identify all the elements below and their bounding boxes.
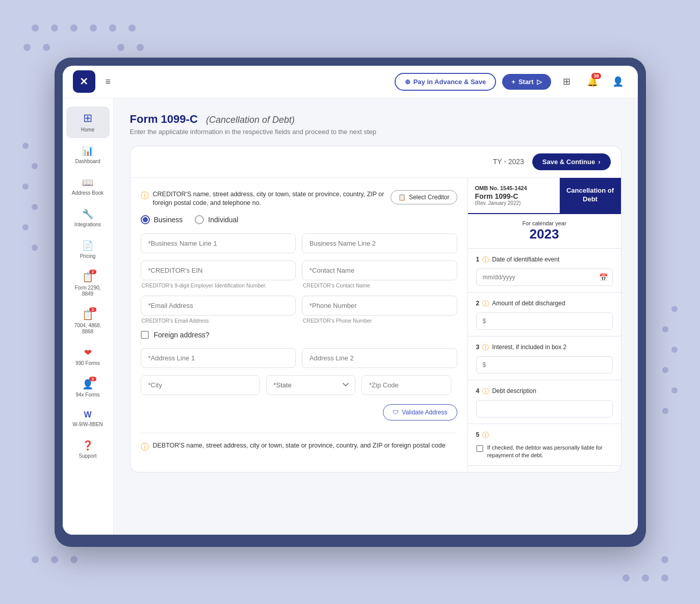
address-line-1-input[interactable] bbox=[141, 348, 296, 368]
email-hint: CREDITOR's Email Address bbox=[141, 318, 296, 324]
start-button[interactable]: + Start ▷ bbox=[502, 74, 551, 90]
contact-name-input[interactable] bbox=[302, 260, 457, 280]
sidebar-item-form990[interactable]: ❤ 990 Forms bbox=[66, 342, 110, 372]
field1-num: 1 bbox=[476, 256, 480, 263]
business-radio-label[interactable]: Business bbox=[141, 215, 183, 224]
user-profile-button[interactable]: 👤 bbox=[608, 72, 628, 91]
omb-text: OMB No. 1545-1424 bbox=[475, 185, 552, 191]
select-creditor-button[interactable]: 📋 Select Creditor bbox=[391, 190, 457, 204]
field3-info-icon: ⓘ bbox=[482, 343, 489, 352]
right-field-1: 1 ⓘ Date of identifiable event 📅 bbox=[468, 249, 621, 293]
sidebar-label-home: Home bbox=[81, 127, 95, 133]
business-name-2-field bbox=[302, 233, 457, 253]
sidebar-label-form2290: Form 2290, 8849 bbox=[70, 285, 106, 297]
validate-address-button[interactable]: 🛡 Validate Address bbox=[383, 404, 457, 421]
sidebar-item-form94x[interactable]: 👤 2 94x Forms bbox=[66, 374, 110, 403]
debt-description-input[interactable] bbox=[476, 400, 613, 417]
city-field bbox=[141, 375, 260, 395]
creditor-header-text: CREDITOR'S name, street address, city or… bbox=[153, 190, 387, 208]
field4-header: 4 ⓘ Debt description bbox=[476, 386, 613, 396]
ein-hint: CREDITOR's 9-digit Employer Identificati… bbox=[141, 282, 296, 288]
zip-input[interactable] bbox=[361, 375, 451, 395]
sidebar-label-form990: 990 Forms bbox=[75, 360, 100, 366]
notification-badge: 38 bbox=[591, 73, 601, 79]
amount-input[interactable] bbox=[476, 312, 613, 330]
field5-checkbox[interactable] bbox=[476, 445, 483, 452]
page-title: Form 1099-C (Cancellation of Debt) bbox=[130, 113, 621, 126]
form-header: TY - 2023 Save & Continue › bbox=[131, 146, 621, 178]
pay-advance-button[interactable]: ⊕ Pay in Advance & Save bbox=[395, 73, 497, 91]
sidebar-item-home[interactable]: ⊞ Home bbox=[66, 107, 110, 138]
individual-radio-label[interactable]: Individual bbox=[195, 215, 238, 224]
phone-hint: CREDITOR's Phone Number bbox=[302, 318, 457, 324]
cancellation-title: Cancellation of Debt bbox=[565, 187, 616, 204]
ein-input[interactable] bbox=[141, 260, 296, 280]
business-name-2-input[interactable] bbox=[302, 233, 457, 253]
sidebar-item-formw9[interactable]: W W-9/W-8BEN bbox=[66, 405, 110, 433]
formw9-icon: W bbox=[84, 410, 91, 419]
notification-button[interactable]: 🔔 38 bbox=[583, 72, 602, 91]
form-info-box: OMB No. 1545-1424 Form 1099-C (Rev. Janu… bbox=[468, 178, 621, 214]
ein-field: CREDITOR's 9-digit Employer Identificati… bbox=[141, 260, 296, 288]
pricing-icon: 📄 bbox=[82, 240, 93, 251]
top-nav: ✕ ≡ ⊕ Pay in Advance & Save + Start ▷ ⊞ … bbox=[63, 66, 638, 98]
shield-check-icon: 🛡 bbox=[393, 409, 399, 416]
inner-card: ✕ ≡ ⊕ Pay in Advance & Save + Start ▷ ⊞ … bbox=[63, 66, 638, 535]
foreign-address-row: Foreign address? bbox=[141, 331, 457, 339]
logo-button[interactable]: ✕ bbox=[73, 70, 95, 93]
sidebar-item-support[interactable]: ❓ Support bbox=[66, 435, 110, 464]
field5-checkbox-row: If checked, the debtor was personally li… bbox=[476, 444, 613, 460]
page-subtitle: Enter the applicable information in the … bbox=[130, 128, 621, 136]
save-continue-button[interactable]: Save & Continue › bbox=[532, 153, 611, 170]
state-select[interactable]: *State AL CA NY TX bbox=[266, 375, 356, 395]
form-title: Form 1099-C bbox=[130, 113, 198, 125]
form-left: ⓘ CREDITOR'S name, street address, city … bbox=[131, 178, 468, 472]
field4-info-icon: ⓘ bbox=[482, 387, 489, 396]
main-card: ✕ ≡ ⊕ Pay in Advance & Save + Start ▷ ⊞ … bbox=[55, 58, 646, 547]
business-radio-circle[interactable] bbox=[141, 215, 150, 224]
address-line-2-input[interactable] bbox=[302, 348, 457, 368]
home-icon: ⊞ bbox=[83, 112, 92, 125]
debtor-header-text: DEBTOR'S name, street address, city or t… bbox=[153, 441, 446, 451]
sidebar-label-form94x: 94x Forms bbox=[75, 392, 99, 398]
entity-type-radio-group: Business Individual bbox=[141, 215, 457, 224]
foreign-address-label: Foreign address? bbox=[154, 331, 210, 339]
plus-icon: + bbox=[511, 78, 515, 86]
sidebar-label-integrations: Integrations bbox=[74, 222, 101, 228]
email-field: CREDITOR's Email Address bbox=[141, 296, 296, 324]
email-input[interactable] bbox=[141, 296, 296, 316]
foreign-address-checkbox[interactable] bbox=[141, 331, 149, 339]
address-line-2-field bbox=[302, 348, 457, 368]
sidebar-item-dashboard[interactable]: 📊 Dashboard bbox=[66, 140, 110, 170]
dashboard-icon: 📊 bbox=[82, 145, 93, 156]
zip-field bbox=[361, 375, 451, 395]
sidebar-item-integrations[interactable]: 🔧 Integrations bbox=[66, 203, 110, 233]
address-line-1-field bbox=[141, 348, 296, 368]
grid-icon-button[interactable]: ⊞ bbox=[557, 72, 577, 91]
business-radio-text: Business bbox=[154, 216, 183, 224]
sidebar-item-pricing[interactable]: 📄 Pricing bbox=[66, 235, 110, 265]
sidebar-item-address-book[interactable]: 📖 Address Book bbox=[66, 172, 110, 201]
individual-radio-circle[interactable] bbox=[195, 215, 204, 224]
debtor-section: ⓘ DEBTOR'S name, street address, city or… bbox=[141, 433, 457, 453]
address-lines-row bbox=[141, 348, 457, 368]
hamburger-icon[interactable]: ≡ bbox=[106, 76, 111, 87]
start-label: Start bbox=[518, 78, 534, 86]
date-input[interactable] bbox=[476, 269, 613, 286]
debtor-info-icon: ⓘ bbox=[141, 442, 149, 453]
sidebar-item-form7004[interactable]: 📋 2 7004, 4868, 8868 bbox=[66, 304, 110, 340]
creditor-section-header: ⓘ CREDITOR'S name, street address, city … bbox=[141, 190, 457, 208]
plus-circle-icon: ⊕ bbox=[405, 78, 410, 86]
city-input[interactable] bbox=[141, 375, 260, 395]
sidebar-item-form2290[interactable]: 📋 2 Form 2290, 8849 bbox=[66, 267, 110, 302]
individual-radio-text: Individual bbox=[208, 216, 238, 224]
business-name-1-input[interactable] bbox=[141, 233, 296, 253]
business-name-row bbox=[141, 233, 457, 253]
rev-text: (Rev. January 2022) bbox=[475, 200, 552, 206]
interest-input[interactable] bbox=[476, 356, 613, 374]
sidebar: ⊞ Home 📊 Dashboard 📖 Address Book 🔧 Inte… bbox=[63, 98, 114, 535]
phone-input[interactable] bbox=[302, 296, 457, 316]
main-content: Form 1099-C (Cancellation of Debt) Enter… bbox=[114, 98, 638, 535]
right-field-4: 4 ⓘ Debt description bbox=[468, 380, 621, 424]
ein-contact-row: CREDITOR's 9-digit Employer Identificati… bbox=[141, 260, 457, 288]
